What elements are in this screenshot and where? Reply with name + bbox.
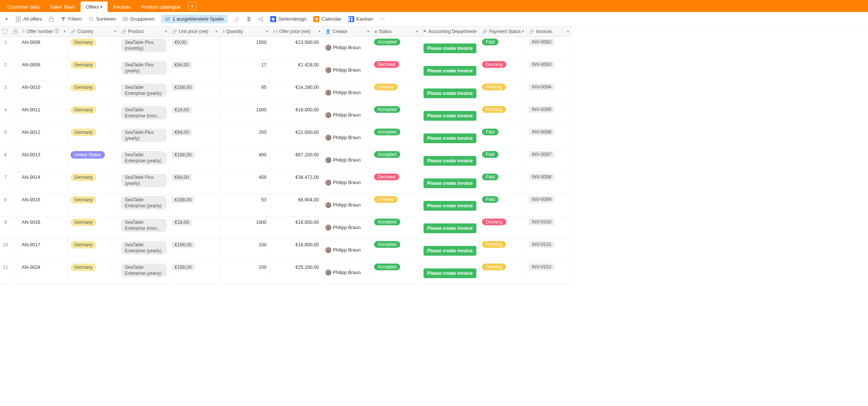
cell-offer-price[interactable]: €14.280,00 [271, 82, 323, 104]
more-button[interactable]: ⋯ [380, 16, 385, 22]
cell-invoices[interactable]: INV-0095 [527, 104, 572, 127]
chevron-down-icon[interactable]: ▾ [475, 29, 477, 33]
chevron-down-icon[interactable]: ▾ [114, 29, 116, 33]
create-invoice-button[interactable]: Please create invoice [424, 43, 476, 53]
cell-creator[interactable]: Philipp Braun [323, 194, 372, 217]
cell-quantity[interactable]: 150 [220, 262, 271, 284]
cell-invoices[interactable]: INV-0094 [527, 82, 572, 104]
cell-status[interactable]: Accepted [372, 104, 421, 127]
cell-invoices[interactable]: INV-0101 [527, 239, 572, 262]
cell-unit-price[interactable]: €9,00 [169, 37, 220, 59]
row-number[interactable]: 9 [0, 217, 11, 239]
cell-product[interactable]: SeaTable Plus (yearly) [119, 127, 169, 149]
cell-status[interactable]: Accepted [372, 37, 421, 59]
cell-country[interactable]: Germany [68, 37, 119, 59]
cell-unit-price[interactable]: €18,00 [169, 217, 220, 239]
chevron-down-icon[interactable]: ▾ [165, 29, 167, 33]
group-button[interactable]: Gruppieren [123, 16, 154, 22]
cell-creator[interactable]: Philipp Braun [323, 262, 372, 284]
cell-product[interactable]: SeaTable Enterprise (mon... [119, 104, 169, 127]
cell-offer-price[interactable]: €18.000,00 [271, 217, 323, 239]
header-unit-price[interactable]: 🔗Unit price (net)▾ [169, 26, 220, 37]
cell-accounting[interactable]: Please create invoice [421, 217, 480, 239]
cell-country[interactable]: Germany [68, 82, 119, 104]
cell-offer-number[interactable]: AN-0013 [19, 149, 68, 172]
hidden-columns-button[interactable]: 1 ausgeblendete Spalte [161, 15, 227, 23]
create-invoice-button[interactable]: Please create invoice [424, 111, 476, 121]
row-lock[interactable] [11, 59, 19, 82]
cell-product[interactable]: SeaTable Enterprise (yearly) [119, 149, 169, 172]
cell-offer-price[interactable]: €1.428,00 [271, 59, 323, 82]
cell-offer-price[interactable]: €13.500,00 [271, 37, 323, 59]
cell-offer-number[interactable]: AN-0008 [19, 37, 68, 59]
row-lock[interactable] [11, 194, 19, 217]
cell-invoices[interactable]: INV-0096 [527, 127, 572, 149]
cell-unit-price[interactable]: €168,00 [169, 149, 220, 172]
cell-country[interactable]: Germany [68, 172, 119, 194]
cell-unit-price[interactable]: €84,00 [169, 59, 220, 82]
cell-status[interactable]: Declined [372, 172, 421, 194]
cell-offer-number[interactable]: AN-0010 [19, 82, 68, 104]
cell-unit-price[interactable]: €168,00 [169, 194, 220, 217]
create-invoice-button[interactable]: Please create invoice [424, 268, 476, 278]
cell-accounting[interactable]: Please create invoice [421, 194, 480, 217]
cell-accounting[interactable]: Please create invoice [421, 82, 480, 104]
cell-payment-status[interactable]: Paid [480, 149, 527, 172]
cell-creator[interactable]: Philipp Braun [323, 59, 372, 82]
cell-country[interactable]: Germany [68, 239, 119, 262]
cell-payment-status[interactable]: Paid [480, 172, 527, 194]
row-number[interactable]: 8 [0, 194, 11, 217]
kanban-button[interactable]: ▌▌ Kanban [348, 16, 373, 22]
cell-status[interactable]: Declined [372, 59, 421, 82]
header-lock[interactable] [11, 26, 19, 37]
cell-payment-status[interactable]: Pending [480, 104, 527, 127]
cell-offer-price[interactable]: €16.800,00 [271, 239, 323, 262]
row-number[interactable]: 5 [0, 127, 11, 149]
cell-quantity[interactable]: 1000 [220, 104, 271, 127]
cell-payment-status[interactable]: Dunning [480, 59, 527, 82]
create-invoice-button[interactable]: Please create invoice [424, 178, 476, 188]
cell-offer-number[interactable]: AN-0015 [19, 194, 68, 217]
tab-customer-data[interactable]: Customer data [2, 1, 45, 12]
row-lock[interactable] [11, 217, 19, 239]
row-lock[interactable] [11, 104, 19, 127]
cell-creator[interactable]: Philipp Braun [323, 82, 372, 104]
calendar-button[interactable]: ▦ Calendar [313, 16, 341, 22]
cell-offer-number[interactable]: AN-0014 [19, 172, 68, 194]
cell-payment-status[interactable]: Paid [480, 194, 527, 217]
cell-offer-price[interactable]: €18.000,00 [271, 104, 323, 127]
cell-accounting[interactable]: Please create invoice [421, 127, 480, 149]
cell-creator[interactable]: Philipp Braun [323, 149, 372, 172]
row-height-button[interactable] [246, 16, 251, 22]
cell-country[interactable]: Germany [68, 127, 119, 149]
create-invoice-button[interactable]: Please create invoice [424, 156, 476, 166]
header-quantity[interactable]: #Quantity▾ [220, 26, 271, 37]
cell-country[interactable]: United States [68, 149, 119, 172]
tab-invoices[interactable]: Invoices [108, 1, 136, 12]
page-design-button[interactable]: ▣ Seitendesign [270, 16, 307, 22]
cell-payment-status[interactable]: Paid [480, 127, 527, 149]
header-payment-status[interactable]: 🔗Payment Status▾ [480, 26, 527, 37]
cell-status[interactable]: Accepted [372, 262, 421, 284]
lock-button[interactable] [49, 16, 54, 22]
share-button[interactable] [258, 16, 263, 22]
cell-unit-price[interactable]: €168,00 [169, 82, 220, 104]
row-lock[interactable] [11, 127, 19, 149]
cell-invoices[interactable]: INV-0102 [527, 262, 572, 284]
cell-accounting[interactable]: Please create invoice [421, 262, 480, 284]
chevron-down-icon[interactable]: ▾ [319, 29, 320, 33]
cell-unit-price[interactable]: €18,00 [169, 104, 220, 127]
cell-status[interactable]: Created [372, 194, 421, 217]
cell-payment-status[interactable]: Pending [480, 262, 527, 284]
cell-quantity[interactable]: 53 [220, 194, 271, 217]
chevron-down-icon[interactable]: ▾ [64, 29, 66, 33]
cell-quantity[interactable]: 85 [220, 82, 271, 104]
cell-creator[interactable]: Philipp Braun [323, 104, 372, 127]
cell-creator[interactable]: Philipp Braun [323, 172, 372, 194]
sort-button[interactable]: Sortieren [88, 16, 116, 22]
cell-invoices[interactable]: INV-0100 [527, 217, 572, 239]
cell-product[interactable]: SeaTable Enterprise (yearly) [119, 262, 169, 284]
cell-product[interactable]: SeaTable Enterprise (yearly) [119, 82, 169, 104]
row-lock[interactable] [11, 172, 19, 194]
cell-quantity[interactable]: 458 [220, 172, 271, 194]
